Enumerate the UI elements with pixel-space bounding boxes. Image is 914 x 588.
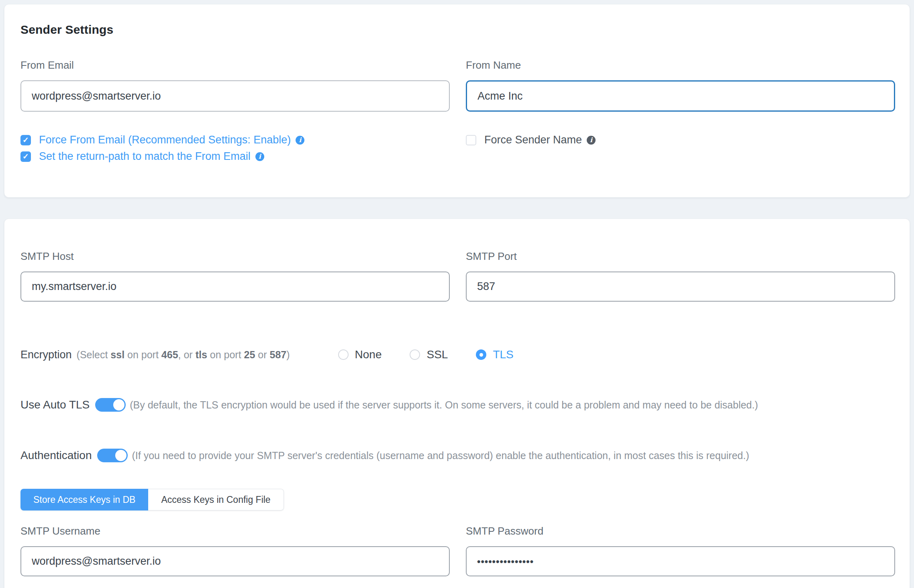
page-title: Sender Settings xyxy=(20,23,895,37)
smtp-host-label: SMTP Host xyxy=(20,250,450,263)
authentication-label: Authentication xyxy=(20,449,92,462)
smtp-host-input[interactable] xyxy=(20,272,450,302)
force-from-email-checkbox[interactable]: ✓ xyxy=(20,135,31,145)
radio-ssl-icon[interactable] xyxy=(410,349,420,360)
encryption-option-ssl[interactable]: SSL xyxy=(410,348,448,361)
sender-settings-card: Sender Settings From Email From Name ✓ F… xyxy=(4,4,910,198)
tab-keys-config-file[interactable]: Access Keys in Config File xyxy=(148,489,284,510)
force-from-email-row: ✓ Force From Email (Recommended Settings… xyxy=(20,132,450,148)
from-email-input[interactable] xyxy=(20,80,450,112)
encryption-row: Encryption (Select ssl on port 465, or t… xyxy=(20,348,895,361)
force-from-email-label[interactable]: Force From Email (Recommended Settings: … xyxy=(39,134,291,146)
from-email-options: ✓ Force From Email (Recommended Settings… xyxy=(20,132,450,165)
smtp-password-input[interactable] xyxy=(466,546,895,576)
smtp-password-label: SMTP Password xyxy=(466,525,895,537)
info-icon[interactable]: i xyxy=(587,136,596,145)
tab-store-keys-db[interactable]: Store Access Keys in DB xyxy=(20,489,148,510)
encryption-radio-group: None SSL TLS xyxy=(310,348,514,361)
force-sender-name-group: Force Sender Name i xyxy=(466,132,895,165)
auto-tls-toggle[interactable] xyxy=(95,398,126,412)
from-name-group: From Name xyxy=(466,59,895,112)
radio-tls-icon[interactable] xyxy=(476,349,486,360)
smtp-username-group: SMTP Username xyxy=(20,525,450,576)
from-name-label: From Name xyxy=(466,59,895,71)
smtp-host-group: SMTP Host xyxy=(20,250,450,302)
smtp-port-group: SMTP Port xyxy=(466,250,895,302)
radio-tls-label[interactable]: TLS xyxy=(493,348,513,361)
info-icon[interactable]: i xyxy=(296,136,304,145)
authentication-toggle[interactable] xyxy=(97,449,128,462)
authentication-row: Authentication (If you need to provide y… xyxy=(20,449,895,462)
encryption-label: Encryption xyxy=(20,349,72,361)
smtp-port-label: SMTP Port xyxy=(466,250,895,263)
radio-ssl-label[interactable]: SSL xyxy=(426,348,448,361)
encryption-option-tls[interactable]: TLS xyxy=(476,348,513,361)
from-email-group: From Email xyxy=(20,59,450,112)
smtp-username-label: SMTP Username xyxy=(20,525,450,537)
encryption-hint: (Select ssl on port 465, or tls on port … xyxy=(77,349,290,361)
auto-tls-label: Use Auto TLS xyxy=(20,398,90,411)
toggle-knob xyxy=(115,450,126,461)
radio-none-icon[interactable] xyxy=(338,349,349,360)
auto-tls-row: Use Auto TLS (By default, the TLS encryp… xyxy=(20,398,895,412)
toggle-knob xyxy=(113,399,124,410)
return-path-label[interactable]: Set the return-path to match the From Em… xyxy=(39,150,251,163)
smtp-username-input[interactable] xyxy=(20,546,450,576)
auto-tls-description: (By default, the TLS encryption would be… xyxy=(130,399,758,411)
radio-none-label[interactable]: None xyxy=(355,348,382,361)
from-name-input[interactable] xyxy=(466,80,895,112)
return-path-checkbox[interactable]: ✓ xyxy=(20,151,31,162)
smtp-port-input[interactable] xyxy=(466,272,895,302)
return-path-row: ✓ Set the return-path to match the From … xyxy=(20,148,450,165)
force-sender-name-label[interactable]: Force Sender Name xyxy=(484,134,582,146)
force-sender-name-checkbox[interactable] xyxy=(466,135,476,145)
authentication-description: (If you need to provide your SMTP server… xyxy=(132,450,749,461)
info-icon[interactable]: i xyxy=(255,152,264,161)
smtp-password-group: SMTP Password xyxy=(466,525,895,576)
from-email-label: From Email xyxy=(20,59,450,71)
key-storage-tabs: Store Access Keys in DB Access Keys in C… xyxy=(20,489,284,510)
smtp-settings-card: SMTP Host SMTP Port Encryption (Select s… xyxy=(4,218,910,588)
force-sender-name-row: Force Sender Name i xyxy=(466,132,895,148)
encryption-option-none[interactable]: None xyxy=(338,348,382,361)
